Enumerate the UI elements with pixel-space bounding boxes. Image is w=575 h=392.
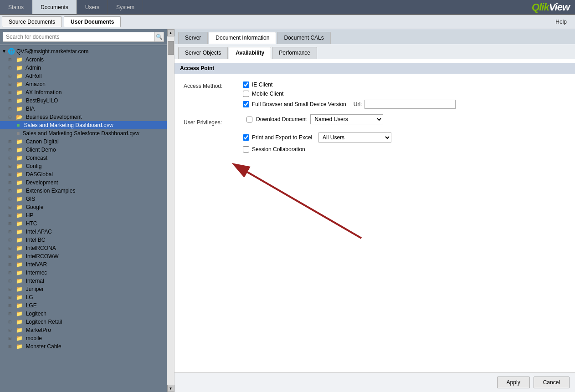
user-privileges-label: User Privileges: xyxy=(184,118,243,126)
brand-logo: QlikView xyxy=(532,1,575,13)
list-item[interactable]: ⊞ 📁 AdRoll xyxy=(0,72,167,80)
mobile-client-checkbox[interactable] xyxy=(243,91,249,97)
list-item[interactable]: ⊞ 📁 DASGlobal xyxy=(0,170,167,178)
list-item[interactable]: ⊞ 📁 Logitech Retail xyxy=(0,318,167,326)
tab-system[interactable]: System xyxy=(108,0,143,14)
session-collab-label: Session Collaboration xyxy=(252,146,305,153)
tab-users[interactable]: Users xyxy=(77,0,108,14)
download-doc-row: Download Document Named Users All Users xyxy=(246,114,383,124)
list-item[interactable]: ⊞ 📁 Acronis xyxy=(0,56,167,64)
scroll-up-button[interactable]: ▲ xyxy=(167,29,175,36)
mobile-client-label: Mobile Client xyxy=(252,91,283,97)
list-item[interactable]: ⊞ 📁 LG xyxy=(0,293,167,301)
tree-scrollbar: ▲ ▼ xyxy=(167,29,174,392)
search-bar: 🔍 xyxy=(0,29,167,45)
all-users-dropdown[interactable]: All Users Named Users xyxy=(318,132,391,143)
access-point-section-header: Access Point xyxy=(175,63,575,74)
search-icon[interactable]: 🔍 xyxy=(154,32,164,42)
list-item[interactable]: ⊞ 📁 Development xyxy=(0,178,167,187)
main-content: 🔍 ▼ 🌐 QVS@msight.marketstar.com ⊞ 📁 Acro… xyxy=(0,29,575,392)
url-input[interactable] xyxy=(365,100,456,109)
tab-performance[interactable]: Performance xyxy=(272,47,317,59)
tab-server-objects[interactable]: Server Objects xyxy=(178,47,228,59)
list-item[interactable]: ⊞ 📁 IntelRCOWW xyxy=(0,252,167,260)
list-item[interactable]: ⊞ 📁 Extension Examples xyxy=(0,187,167,195)
list-item[interactable]: ⊞ 📁 GIS xyxy=(0,195,167,203)
list-item[interactable]: ⊞ 📁 Amazon xyxy=(0,80,167,88)
list-item[interactable]: ⊞ 📁 IntelRCONA xyxy=(0,244,167,252)
right-panel: Server Document Information Document CAL… xyxy=(175,29,575,392)
tree-area: 🔍 ▼ 🌐 QVS@msight.marketstar.com ⊞ 📁 Acro… xyxy=(0,29,167,392)
plus-icon: ⊞ xyxy=(8,57,12,62)
left-panel: 🔍 ▼ 🌐 QVS@msight.marketstar.com ⊞ 📁 Acro… xyxy=(0,29,175,392)
cancel-button[interactable]: Cancel xyxy=(534,377,570,388)
scroll-down-button[interactable]: ▼ xyxy=(167,385,175,392)
list-item[interactable]: ⊞ 📁 Monster Cable xyxy=(0,342,167,351)
scroll-thumb[interactable] xyxy=(168,41,174,55)
list-item[interactable]: ⊞ 📁 Intel APAC xyxy=(0,228,167,236)
file-tree: ▼ 🌐 QVS@msight.marketstar.com ⊞ 📁 Acroni… xyxy=(0,45,167,392)
list-item[interactable]: ⊞ 📁 Canon Digital xyxy=(0,137,167,146)
list-item[interactable]: ⊞ 📁 AX Information xyxy=(0,88,167,97)
list-item[interactable]: ⊞ 📁 Client Demo xyxy=(0,146,167,154)
form-area: Access Method: IE Client Mobile Client xyxy=(175,74,575,372)
ie-client-checkbox[interactable] xyxy=(243,81,249,88)
access-method-controls: IE Client Mobile Client Full Browser and… xyxy=(243,81,456,109)
arrow-svg xyxy=(211,152,393,252)
session-collab-checkbox[interactable] xyxy=(243,146,249,153)
list-item[interactable]: ⊞ 📁 BIA xyxy=(0,105,167,113)
access-method-row: Access Method: IE Client Mobile Client xyxy=(184,81,566,109)
download-document-checkbox[interactable] xyxy=(246,117,252,122)
list-item[interactable]: ⊞ 📁 HTC xyxy=(0,219,167,228)
scroll-track[interactable] xyxy=(167,36,174,385)
list-item[interactable]: ⊞ 📁 Google xyxy=(0,203,167,211)
list-item-salesforce[interactable]: ■ Sales and Marketing Salesforce Dashboa… xyxy=(0,129,167,137)
globe-icon: 🌐 xyxy=(8,48,15,55)
tab-status[interactable]: Status xyxy=(0,0,32,14)
list-item[interactable]: ⊞ 📁 Admin xyxy=(0,64,167,72)
list-item[interactable]: ⊞ 📁 Internal xyxy=(0,277,167,285)
tab-document-cals[interactable]: Document CALs xyxy=(277,32,330,44)
tree-root[interactable]: ▼ 🌐 QVS@msight.marketstar.com xyxy=(0,47,167,56)
list-item[interactable]: ⊞ 📁 Intel BC xyxy=(0,236,167,244)
search-input[interactable] xyxy=(3,32,154,42)
list-item[interactable]: ⊞ 📁 MarketPro xyxy=(0,326,167,334)
bottom-buttons: Apply Cancel xyxy=(175,372,575,392)
tab-server[interactable]: Server xyxy=(178,32,208,44)
list-item[interactable]: ⊞ 📁 HP xyxy=(0,211,167,219)
tree-root-label: QVS@msight.marketstar.com xyxy=(16,48,88,55)
print-export-checkbox[interactable] xyxy=(243,134,249,141)
list-item[interactable]: ⊞ 📁 Logitech xyxy=(0,310,167,318)
user-documents-button[interactable]: User Documents xyxy=(64,16,121,27)
apply-button[interactable]: Apply xyxy=(497,377,530,388)
list-item-business-dev[interactable]: ⊟ 📂 Business Development xyxy=(0,113,167,121)
svg-line-1 xyxy=(247,172,361,238)
list-item[interactable]: ⊞ 📁 Comcast xyxy=(0,154,167,162)
full-browser-row: Full Browser and Small Device Version Ur… xyxy=(243,100,456,109)
tab-availability[interactable]: Availability xyxy=(229,47,271,59)
tab-document-information[interactable]: Document Information xyxy=(209,32,276,44)
url-label: Url: xyxy=(354,101,362,107)
access-method-label: Access Method: xyxy=(184,81,243,89)
tab-documents[interactable]: Documents xyxy=(32,0,77,14)
full-browser-checkbox[interactable] xyxy=(243,101,249,107)
expand-icon: ▼ xyxy=(2,49,6,54)
named-users-dropdown[interactable]: Named Users All Users xyxy=(310,114,383,124)
content-area: Server Objects Availability Performance … xyxy=(175,44,575,372)
top-navigation: Status Documents Users System QlikView xyxy=(0,0,575,15)
full-browser-label: Full Browser and Small Device Version xyxy=(252,101,346,107)
list-item[interactable]: ⊞ 📁 mobile xyxy=(0,334,167,342)
arrow-annotation xyxy=(211,152,393,253)
list-item[interactable]: ⊞ 📁 Intermec xyxy=(0,269,167,277)
list-item[interactable]: ⊞ 📁 Juniper xyxy=(0,285,167,293)
list-item-sales-marketing[interactable]: ■ Sales and Marketing Dashboard.qvw xyxy=(0,121,167,129)
source-documents-button[interactable]: Source Documents xyxy=(2,16,62,27)
list-item[interactable]: ⊞ 📁 IntelVAR xyxy=(0,260,167,269)
print-export-row: Print and Export to Excel All Users Name… xyxy=(243,132,391,143)
list-item[interactable]: ⊞ 📁 BestBuyLILO xyxy=(0,97,167,105)
ie-client-label: IE Client xyxy=(252,81,272,88)
list-item[interactable]: ⊞ 📁 Config xyxy=(0,162,167,170)
list-item[interactable]: ⊞ 📁 LGE xyxy=(0,301,167,310)
help-button[interactable]: Help xyxy=(549,17,573,27)
mobile-client-row: Mobile Client xyxy=(243,91,456,97)
